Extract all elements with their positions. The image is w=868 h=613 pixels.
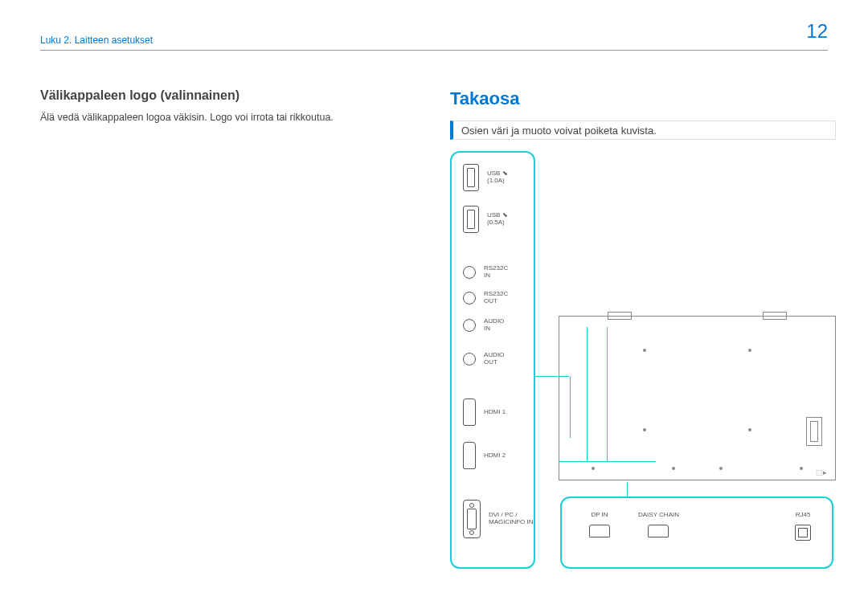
rs232c-in-label: RS232C IN — [484, 265, 508, 280]
audio-in-label: AUDIO IN — [484, 318, 504, 333]
hdmi-icon — [463, 398, 476, 426]
power-socket-icon — [806, 417, 822, 446]
kensington-icon: ⬚▸ — [816, 468, 827, 476]
note-text: Osien väri ja muoto voivat poiketa kuvis… — [461, 125, 657, 137]
usb1-label: USB ⬊ (1.0A) — [487, 170, 508, 185]
jack-icon — [463, 319, 476, 332]
header-divider — [40, 50, 828, 51]
bottom-port-block: DP IN DAISY CHAIN RJ45 — [560, 497, 833, 569]
connector-line — [535, 376, 569, 377]
dvi-label: DVI / PC / MAGICINFO IN — [489, 512, 534, 526]
rs232c-out-label: RS232C OUT — [484, 291, 508, 305]
spacer-logo-body: Älä vedä välikappaleen logoa väkisin. Lo… — [40, 111, 410, 124]
rear-side-heading: Takaosa — [450, 88, 836, 109]
page-number: 12 — [806, 20, 828, 43]
usb-port-icon — [463, 164, 479, 191]
rj45-icon — [795, 525, 811, 541]
rear-diagram: USB ⬊ (1.0A) USB ⬊ (0.5A) RS232C — [450, 151, 836, 577]
daisy-chain-label: DAISY CHAIN — [638, 511, 679, 518]
usb2-label: USB ⬊ (0.5A) — [487, 212, 508, 227]
jack-icon — [463, 292, 476, 304]
dp-in-label: DP IN — [589, 511, 610, 518]
tv-back-illustration: ⬚▸ — [559, 316, 836, 480]
hdmi-icon — [463, 442, 476, 469]
jack-icon — [463, 353, 476, 366]
jack-icon — [463, 266, 476, 279]
note-box: Osien väri ja muoto voivat poiketa kuvis… — [450, 121, 836, 140]
audio-out-label: AUDIO OUT — [484, 352, 504, 366]
hdmi1-label: HDMI 1 — [484, 409, 506, 416]
hdmi2-label: HDMI 2 — [484, 452, 506, 460]
usb-port-icon — [463, 206, 479, 233]
connector-line — [627, 482, 628, 497]
rj45-label: RJ45 — [795, 511, 811, 518]
displayport-icon — [589, 525, 610, 537]
port-block: USB ⬊ (1.0A) USB ⬊ (0.5A) RS232C — [450, 151, 535, 569]
dsub-icon — [463, 500, 481, 538]
spacer-logo-heading: Välikappaleen logo (valinnainen) — [40, 88, 410, 103]
chapter-title: Luku 2. Laitteen asetukset — [40, 35, 153, 46]
displayport-icon — [648, 525, 669, 537]
